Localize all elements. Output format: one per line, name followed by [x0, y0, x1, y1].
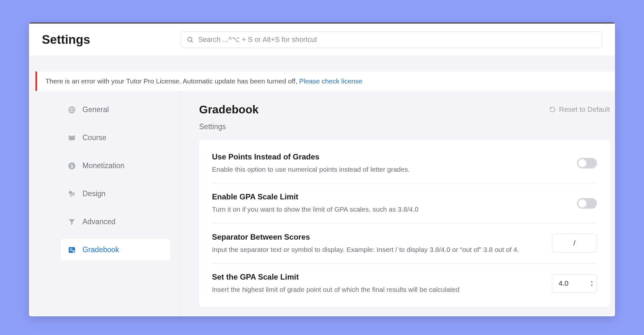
- globe-icon: [68, 106, 76, 114]
- sidebar-item-gradebook[interactable]: Gradebook: [61, 239, 170, 261]
- row-title: Set the GPA Scale Limit: [212, 273, 542, 282]
- license-alert: There is an error with your Tutor Pro Li…: [35, 72, 615, 91]
- main: Gradebook Reset to Default Settings Use …: [180, 91, 615, 316]
- separator-input[interactable]: [552, 234, 597, 253]
- row-text: Use Points Instead of Grades Enable this…: [212, 152, 577, 174]
- svg-line-1: [191, 41, 193, 42]
- row-desc: Insert the highest limit of grade point …: [212, 285, 542, 294]
- page-title: Settings: [42, 33, 90, 47]
- sidebar-item-course[interactable]: Course: [61, 127, 170, 148]
- sidebar-item-label: Gradebook: [82, 245, 119, 254]
- check-license-link[interactable]: Please check license: [299, 77, 362, 85]
- settings-window: Settings There is an error with your Tut…: [29, 23, 615, 316]
- sidebar: General Course Monetization Design Advan…: [29, 91, 180, 316]
- sidebar-item-monetization[interactable]: Monetization: [61, 155, 170, 177]
- funnel-icon: [68, 218, 76, 226]
- reset-to-default-button[interactable]: Reset to Default: [549, 105, 610, 114]
- row-gpa-scale-limit: Set the GPA Scale Limit Insert the highe…: [212, 263, 597, 303]
- row-desc: Turn it on if you want to show the limit…: [212, 205, 567, 214]
- sidebar-item-label: Monetization: [82, 161, 124, 170]
- sidebar-item-advanced[interactable]: Advanced: [61, 211, 170, 233]
- search-icon: [187, 36, 194, 43]
- dollar-icon: [68, 162, 76, 170]
- stepper-up-icon[interactable]: ▲: [589, 280, 594, 283]
- row-separator: Separator Between Scores Input the separ…: [212, 224, 597, 263]
- row-title: Enable GPA Scale Limit: [212, 192, 567, 201]
- header: Settings: [29, 24, 615, 56]
- reset-label: Reset to Default: [559, 105, 610, 114]
- row-enable-gpa-limit: Enable GPA Scale Limit Turn it on if you…: [212, 183, 597, 223]
- sidebar-item-label: General: [82, 105, 109, 114]
- row-text: Separator Between Scores Input the separ…: [212, 233, 552, 254]
- settings-panel: Use Points Instead of Grades Enable this…: [199, 140, 610, 307]
- sidebar-item-label: Design: [82, 189, 106, 198]
- number-stepper[interactable]: ▲ ▼: [589, 280, 594, 287]
- enable-gpa-limit-toggle[interactable]: [577, 198, 597, 209]
- row-text: Enable GPA Scale Limit Turn it on if you…: [212, 192, 577, 214]
- main-header: Gradebook Reset to Default: [199, 103, 610, 116]
- stepper-down-icon[interactable]: ▼: [589, 284, 594, 287]
- design-icon: [68, 190, 76, 198]
- section-title: Gradebook: [199, 103, 259, 116]
- row-desc: Enable this option to use numerical poin…: [212, 165, 567, 174]
- body: General Course Monetization Design Advan…: [29, 91, 615, 316]
- row-desc: Input the separator text or symbol to di…: [212, 245, 542, 254]
- search-input[interactable]: [198, 35, 596, 44]
- sidebar-item-general[interactable]: General: [61, 99, 170, 120]
- gpa-limit-field: ▲ ▼: [552, 274, 597, 293]
- section-subtitle: Settings: [199, 122, 610, 131]
- svg-point-0: [188, 37, 192, 42]
- svg-point-5: [70, 194, 73, 197]
- row-text: Set the GPA Scale Limit Insert the highe…: [212, 273, 552, 294]
- alert-text: There is an error with your Tutor Pro Li…: [45, 77, 299, 85]
- row-use-points: Use Points Instead of Grades Enable this…: [212, 143, 597, 183]
- sidebar-item-label: Advanced: [82, 217, 115, 226]
- use-points-toggle[interactable]: [577, 158, 597, 168]
- row-title: Use Points Instead of Grades: [212, 152, 567, 161]
- row-title: Separator Between Scores: [212, 233, 542, 242]
- book-icon: [68, 134, 76, 142]
- refresh-icon: [549, 106, 556, 113]
- sidebar-item-design[interactable]: Design: [61, 183, 170, 205]
- search-field[interactable]: [180, 31, 602, 48]
- gradebook-icon: [68, 246, 76, 254]
- sidebar-item-label: Course: [82, 133, 106, 142]
